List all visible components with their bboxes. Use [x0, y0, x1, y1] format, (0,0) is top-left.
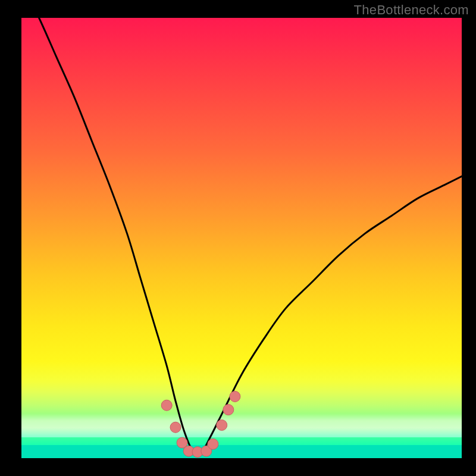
curve-marker: [217, 420, 227, 431]
curve-marker: [230, 391, 240, 402]
curve-marker: [170, 422, 181, 433]
chart-stage: TheBottleneck.com: [0, 0, 476, 476]
curve-marker: [208, 439, 218, 449]
curve-marker: [161, 400, 172, 411]
bottleneck-curve-layer: [21, 18, 462, 458]
bottleneck-curve: [21, 18, 462, 454]
watermark-text: TheBottleneck.com: [354, 2, 469, 18]
plot-area: [21, 18, 462, 458]
curve-marker: [223, 405, 234, 415]
